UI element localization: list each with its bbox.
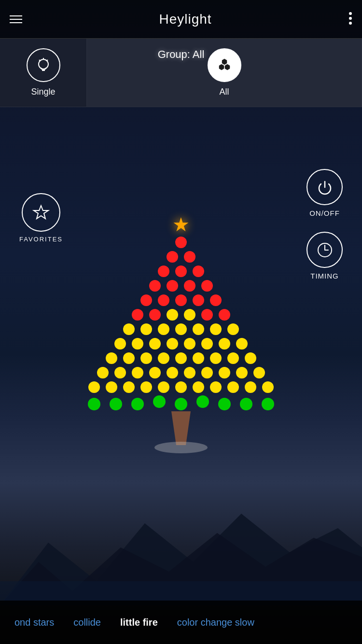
svg-point-70 bbox=[106, 381, 117, 393]
app-title: Heylight bbox=[159, 12, 211, 27]
ellipsis-vertical-icon bbox=[348, 12, 352, 25]
svg-point-86 bbox=[218, 398, 231, 410]
svg-point-68 bbox=[253, 367, 265, 378]
all-tab-label: All bbox=[219, 87, 229, 97]
onoff-button[interactable]: ON/OFF bbox=[306, 169, 343, 217]
svg-point-72 bbox=[140, 381, 152, 393]
tree-canvas: ★ bbox=[84, 218, 278, 484]
svg-point-82 bbox=[131, 398, 144, 410]
svg-point-18 bbox=[175, 266, 187, 277]
svg-point-64 bbox=[184, 367, 195, 378]
svg-point-32 bbox=[184, 309, 195, 321]
tree-dots-svg bbox=[84, 228, 278, 479]
svg-point-57 bbox=[227, 352, 239, 364]
svg-point-28 bbox=[210, 294, 222, 306]
tab-collide[interactable]: collide bbox=[64, 612, 111, 633]
svg-point-20 bbox=[149, 280, 161, 292]
svg-point-29 bbox=[132, 309, 143, 321]
svg-point-17 bbox=[158, 266, 169, 277]
svg-point-39 bbox=[193, 323, 204, 335]
svg-point-74 bbox=[175, 381, 187, 393]
svg-point-83 bbox=[153, 395, 166, 408]
svg-point-62 bbox=[149, 367, 161, 378]
timing-button[interactable]: TIMING bbox=[306, 232, 343, 280]
svg-point-37 bbox=[158, 323, 169, 335]
header: Heylight bbox=[0, 0, 362, 39]
favorites-button[interactable]: FAVORITES bbox=[19, 193, 63, 243]
svg-point-51 bbox=[123, 352, 135, 364]
timing-circle bbox=[306, 232, 343, 268]
svg-point-45 bbox=[167, 338, 178, 350]
favorites-label: FAVORITES bbox=[19, 236, 63, 243]
svg-point-31 bbox=[167, 309, 178, 321]
tree-container: ★ bbox=[0, 58, 362, 644]
svg-point-58 bbox=[245, 352, 256, 364]
clock-icon bbox=[315, 240, 334, 260]
svg-point-43 bbox=[132, 338, 143, 350]
svg-point-77 bbox=[227, 381, 239, 393]
svg-point-90 bbox=[154, 442, 208, 453]
svg-point-5 bbox=[349, 22, 352, 25]
svg-point-42 bbox=[114, 338, 126, 350]
svg-point-66 bbox=[219, 367, 230, 378]
right-controls: ON/OFF TIMING bbox=[306, 169, 343, 280]
svg-point-65 bbox=[201, 367, 213, 378]
svg-point-75 bbox=[193, 381, 204, 393]
svg-point-85 bbox=[196, 395, 209, 408]
svg-point-26 bbox=[175, 294, 187, 306]
power-icon bbox=[315, 178, 334, 197]
svg-point-49 bbox=[236, 338, 248, 350]
svg-point-67 bbox=[236, 367, 248, 378]
hamburger-line-3 bbox=[10, 22, 22, 23]
svg-point-59 bbox=[97, 367, 109, 378]
tab-little-fire[interactable]: little fire bbox=[111, 612, 167, 633]
svg-point-54 bbox=[175, 352, 187, 364]
svg-point-80 bbox=[88, 398, 100, 410]
tab-color-change-slow[interactable]: color change slow bbox=[167, 612, 264, 633]
svg-marker-89 bbox=[171, 411, 191, 445]
svg-point-88 bbox=[262, 398, 274, 410]
svg-point-14 bbox=[175, 237, 187, 248]
onoff-circle bbox=[306, 169, 343, 205]
svg-point-81 bbox=[110, 398, 122, 410]
svg-point-84 bbox=[175, 398, 187, 410]
svg-marker-12 bbox=[219, 64, 224, 70]
more-options-button[interactable] bbox=[348, 12, 352, 27]
svg-marker-91 bbox=[34, 206, 48, 219]
group-label-container: Group: All bbox=[0, 48, 362, 61]
svg-point-33 bbox=[201, 309, 213, 321]
svg-point-46 bbox=[184, 338, 195, 350]
tab-ond-stars[interactable]: ond stars bbox=[5, 612, 64, 633]
svg-point-4 bbox=[349, 17, 352, 20]
svg-point-40 bbox=[210, 323, 222, 335]
menu-button[interactable] bbox=[10, 15, 22, 23]
svg-point-15 bbox=[167, 251, 178, 263]
svg-point-16 bbox=[184, 251, 195, 263]
svg-point-87 bbox=[240, 398, 252, 410]
svg-point-25 bbox=[158, 294, 169, 306]
favorites-circle bbox=[22, 193, 60, 232]
svg-point-52 bbox=[140, 352, 152, 364]
svg-point-78 bbox=[245, 381, 256, 393]
svg-point-30 bbox=[149, 309, 161, 321]
svg-point-3 bbox=[349, 12, 352, 15]
bottom-tabs: ond stars collide little fire color chan… bbox=[0, 601, 362, 644]
svg-point-79 bbox=[262, 381, 274, 393]
svg-point-22 bbox=[184, 280, 195, 292]
svg-point-36 bbox=[140, 323, 152, 335]
svg-point-27 bbox=[193, 294, 204, 306]
hamburger-line-1 bbox=[10, 15, 22, 16]
svg-point-50 bbox=[106, 352, 117, 364]
svg-point-55 bbox=[193, 352, 204, 364]
svg-point-41 bbox=[227, 323, 239, 335]
svg-point-35 bbox=[123, 323, 135, 335]
svg-point-56 bbox=[210, 352, 222, 364]
timing-label: TIMING bbox=[310, 272, 339, 280]
svg-point-38 bbox=[175, 323, 187, 335]
onoff-label: ON/OFF bbox=[309, 209, 340, 217]
svg-point-23 bbox=[201, 280, 213, 292]
svg-point-71 bbox=[123, 381, 135, 393]
svg-point-73 bbox=[158, 381, 169, 393]
svg-point-63 bbox=[167, 367, 178, 378]
svg-point-53 bbox=[158, 352, 169, 364]
